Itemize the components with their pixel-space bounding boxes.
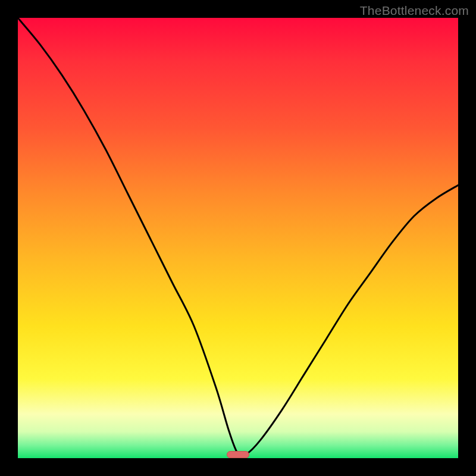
minimum-marker (227, 452, 249, 458)
curve-layer (18, 18, 458, 458)
bottleneck-curve-path (18, 18, 458, 456)
plot-area (18, 18, 458, 458)
watermark-text: TheBottleneck.com (360, 4, 469, 18)
chart-frame: TheBottleneck.com (0, 0, 476, 476)
